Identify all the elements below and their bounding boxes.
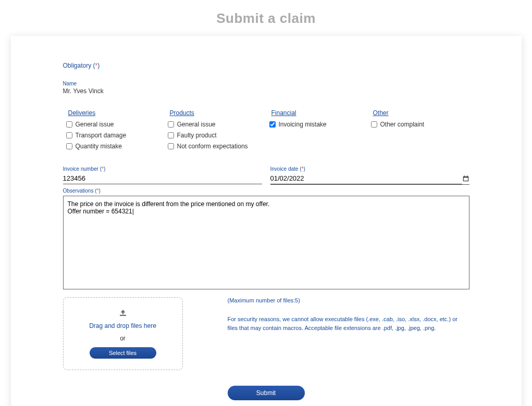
svg-rect-3 [467,175,467,176]
products-checkbox-1[interactable] [168,132,174,138]
obligatory-label: Obligatory [63,62,92,69]
financial-checkbox-0[interactable] [269,121,276,128]
max-files-label: (Maximum number of files:5) [228,297,469,303]
observations-label: Observations (*) [63,188,469,194]
other-column: Other Other complaint [368,109,469,154]
products-checkbox-0[interactable] [168,121,174,128]
deliveries-label-0: General issue [76,121,114,128]
deliveries-header: Deliveries [63,109,165,117]
dropzone-or-label: or [120,335,126,342]
svg-rect-2 [464,175,464,176]
deliveries-item-1[interactable]: Transport damage [63,132,165,139]
calendar-icon[interactable] [462,175,469,182]
products-item-1[interactable]: Faulty product [165,132,266,139]
other-label-0: Other complaint [380,121,425,128]
deliveries-checkbox-0[interactable] [66,121,72,128]
submit-button[interactable]: Submit [228,386,305,400]
financial-label-0: Invoicing mistake [279,121,327,128]
page-title: Submit a claim [5,10,527,27]
products-header: Products [165,109,266,117]
invoice-number-field: Invoice number (*) [63,166,262,185]
upload-icon [118,309,128,317]
other-header: Other [368,109,469,117]
invoice-number-label: Invoice number (*) [63,166,262,172]
deliveries-item-0[interactable]: General issue [63,121,165,128]
svg-rect-1 [463,177,467,181]
deliveries-checkbox-2[interactable] [66,143,72,149]
invoice-date-input[interactable] [270,173,462,184]
products-item-2[interactable]: Not conform expectations [165,143,266,150]
invoice-date-field: Invoice date (*) [270,166,469,185]
financial-item-0[interactable]: Invoicing mistake [266,121,368,128]
other-checkbox-0[interactable] [371,121,377,128]
invoice-date-label: Invoice date (*) [270,166,469,172]
observations-textarea[interactable] [63,196,469,289]
file-dropzone[interactable]: Drag and drop files here or Select files [63,297,183,370]
products-column: Products General issue Faulty product No… [165,109,266,154]
invoice-fields-row: Invoice number (*) Invoice date (*) [63,166,469,185]
financial-column: Financial Invoicing mistake [266,109,368,154]
obligatory-note: Obligatory (*) [63,62,469,69]
claim-form-card: Obligatory (*) Name Mr. Yves Vinck Deliv… [11,36,522,406]
deliveries-label-1: Transport damage [76,132,127,139]
category-grid: Deliveries General issue Transport damag… [63,109,469,154]
upload-row: Drag and drop files here or Select files… [63,297,469,370]
products-label-2: Not conform expectations [177,143,248,150]
invoice-number-input[interactable] [63,173,262,184]
financial-header: Financial [266,109,368,117]
svg-rect-4 [120,315,126,316]
name-label: Name [63,81,469,86]
name-value: Mr. Yves Vinck [63,87,469,95]
security-note: For security reasons, we cannot allow ex… [228,315,469,332]
other-item-0[interactable]: Other complaint [368,121,469,128]
dropzone-drag-label: Drag and drop files here [89,322,156,329]
deliveries-label-2: Quantity mistake [76,143,122,150]
deliveries-item-2[interactable]: Quantity mistake [63,143,165,150]
select-files-button[interactable]: Select files [90,347,156,359]
file-info: (Maximum number of files:5) For security… [228,297,469,370]
products-label-0: General issue [177,121,216,128]
products-label-1: Faulty product [177,132,217,139]
deliveries-column: Deliveries General issue Transport damag… [63,109,165,154]
products-checkbox-2[interactable] [168,143,174,149]
asterisk: (*) [93,62,100,69]
products-item-0[interactable]: General issue [165,121,266,128]
submit-row: Submit [63,386,469,400]
deliveries-checkbox-1[interactable] [66,132,72,138]
